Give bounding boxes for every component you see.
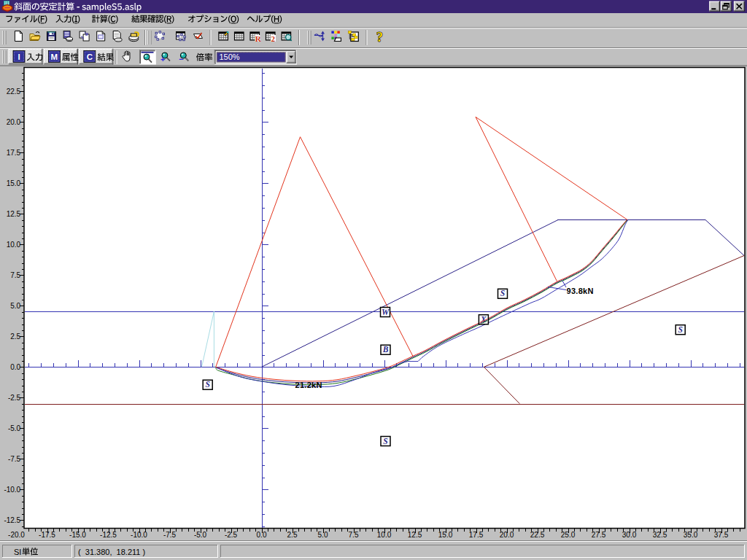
svg-text:+: +: [160, 55, 165, 63]
svg-text:7.5: 7.5: [349, 531, 359, 539]
svg-text:12.5: 12.5: [7, 210, 21, 218]
svg-text:17.5: 17.5: [7, 149, 21, 157]
svg-text:22.5: 22.5: [530, 531, 545, 539]
svg-text:35.0: 35.0: [684, 531, 698, 539]
svg-text:0.0: 0.0: [257, 531, 267, 539]
svg-text:20.0: 20.0: [7, 118, 21, 126]
svg-text:2: 2: [271, 34, 276, 43]
svg-text:-2.5: -2.5: [8, 394, 21, 402]
svg-text:SI: SI: [14, 548, 21, 556]
svg-text:-15.0: -15.0: [69, 531, 86, 539]
svg-text:( 31.380, 18.211 ): ( 31.380, 18.211 ): [78, 548, 145, 556]
svg-text:5.0: 5.0: [10, 302, 20, 310]
svg-text:17.5: 17.5: [469, 531, 484, 539]
svg-text:B: B: [382, 345, 389, 354]
svg-text:?: ?: [376, 30, 383, 44]
svg-text:−: −: [179, 55, 183, 63]
svg-text:10.0: 10.0: [377, 531, 392, 539]
svg-text:W: W: [382, 308, 390, 316]
svg-text:150%: 150%: [220, 52, 240, 61]
svg-text:30.0: 30.0: [622, 531, 637, 539]
svg-text:93.8kN: 93.8kN: [567, 287, 594, 295]
svg-text:I: I: [18, 52, 20, 61]
svg-text:21.2kN: 21.2kN: [295, 381, 322, 389]
svg-text:20.0: 20.0: [500, 531, 514, 539]
svg-text:0.0: 0.0: [10, 363, 20, 371]
svg-text:-10.0: -10.0: [4, 486, 20, 494]
svg-text:-7.5: -7.5: [8, 455, 21, 463]
svg-text:25.0: 25.0: [561, 531, 576, 539]
svg-text:27.5: 27.5: [592, 531, 606, 539]
svg-text:7.5: 7.5: [10, 271, 20, 279]
svg-text:37.5: 37.5: [714, 531, 729, 539]
svg-text:M: M: [51, 52, 58, 61]
svg-text:10.0: 10.0: [7, 241, 21, 249]
svg-text:-20.0: -20.0: [8, 531, 25, 539]
svg-text:-12.5: -12.5: [4, 516, 20, 524]
svg-text:-12.5: -12.5: [100, 531, 117, 539]
svg-text:-17.5: -17.5: [39, 531, 55, 539]
svg-text:-5.0: -5.0: [194, 531, 207, 539]
svg-text:S: S: [678, 325, 682, 334]
svg-text:2.5: 2.5: [10, 332, 20, 341]
svg-text:-10.0: -10.0: [131, 531, 147, 539]
svg-text:15.0: 15.0: [7, 179, 21, 187]
svg-text:-5.0: -5.0: [8, 424, 21, 432]
svg-text:12.5: 12.5: [408, 531, 422, 539]
svg-text:15.0: 15.0: [438, 531, 453, 539]
svg-text:R: R: [255, 34, 262, 43]
svg-text:5.0: 5.0: [318, 531, 328, 539]
svg-text:S: S: [205, 380, 209, 389]
svg-text:-2.5: -2.5: [225, 531, 238, 539]
svg-text:2.5: 2.5: [287, 531, 298, 539]
svg-text:-7.5: -7.5: [163, 531, 177, 539]
svg-text:32.5: 32.5: [653, 531, 667, 539]
svg-text:S: S: [500, 289, 505, 298]
svg-text:S: S: [383, 437, 387, 446]
svg-text:22.5: 22.5: [7, 88, 21, 96]
svg-text:C: C: [87, 52, 93, 61]
